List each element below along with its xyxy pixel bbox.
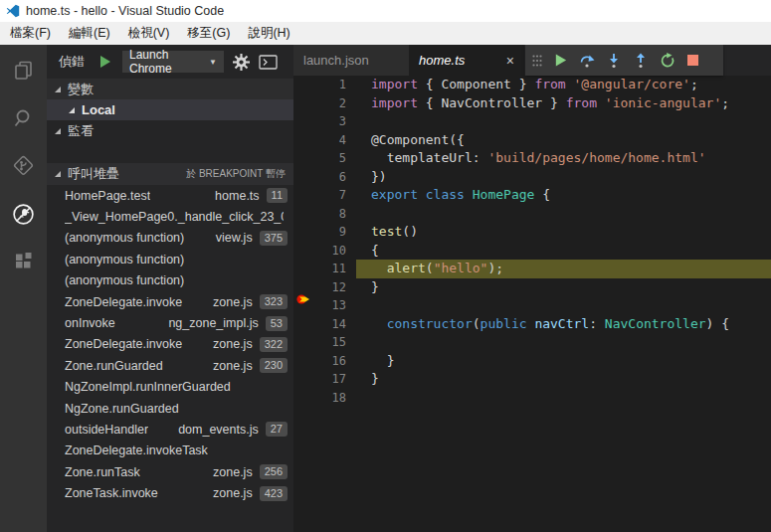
activity-bar (0, 45, 47, 532)
code-line[interactable]: 2import { NavController } from 'ionic-an… (293, 94, 771, 113)
launch-config-dropdown[interactable]: Launch Chrome ▼ (122, 51, 224, 73)
line-number-badge: 230 (260, 358, 288, 373)
line-number[interactable]: 18 (293, 389, 356, 408)
section-variables-label: 變數 (68, 81, 94, 98)
line-number[interactable]: 8 (293, 205, 356, 224)
line-number-badge: 27 (266, 422, 288, 437)
code-line[interactable]: 16 } (293, 352, 771, 371)
debug-console-icon[interactable] (259, 55, 278, 70)
code-line[interactable]: 3 (293, 112, 771, 131)
debug-sidebar: 偵錯 Launch Chrome ▼ (47, 45, 293, 532)
menu-file[interactable]: 檔案(F) (1, 22, 60, 45)
code-line[interactable]: 15 (293, 333, 771, 352)
stack-frame[interactable]: NgZoneImpl.runInnerGuarded (47, 377, 293, 398)
menu-goto[interactable]: 移至(G) (178, 22, 239, 45)
stack-frame[interactable]: (anonymous function) (47, 270, 293, 291)
stack-frame[interactable]: ZoneDelegate.invokezone.js323 (47, 291, 293, 312)
stop-button[interactable] (686, 54, 699, 67)
extensions-icon[interactable] (0, 238, 47, 285)
tab-label: launch.json (303, 53, 369, 68)
toolbar-drag-handle[interactable] (532, 55, 542, 67)
menu-edit[interactable]: 編輯(E) (60, 22, 119, 45)
twistie-icon (55, 87, 61, 92)
watch-empty-area (47, 141, 293, 163)
line-number[interactable]: 15 (293, 333, 356, 352)
code-line[interactable]: 8 (293, 205, 771, 224)
section-variables[interactable]: 變數 (47, 79, 293, 99)
start-debug-icon[interactable] (99, 55, 111, 69)
line-number-badge: 375 (260, 231, 288, 246)
code-editor[interactable]: 1import { Component } from '@angular/cor… (293, 76, 771, 532)
menu-view[interactable]: 檢視(V) (119, 22, 179, 45)
twistie-icon (69, 107, 75, 113)
line-number[interactable]: 16 (293, 352, 356, 371)
line-number[interactable]: 6 (293, 168, 356, 187)
gear-icon[interactable] (233, 54, 250, 71)
line-number-badge: 53 (266, 316, 288, 331)
line-number[interactable]: 14 (293, 315, 356, 334)
search-icon[interactable] (0, 94, 47, 142)
source-control-icon[interactable] (0, 142, 47, 190)
code-line[interactable]: 1import { Component } from '@angular/cor… (293, 76, 771, 94)
breakpoint-current-line-icon[interactable] (296, 293, 312, 308)
line-number[interactable]: 7 (293, 186, 356, 205)
code-line[interactable]: 11 alert("hello"); (293, 260, 771, 278)
line-number-badge: 323 (260, 294, 288, 309)
line-number-badge: 423 (260, 486, 288, 501)
stack-frame[interactable]: HomePage.testhome.ts11 (47, 185, 293, 206)
code-line[interactable]: 5 templateUrl: 'build/pages/home/home.ht… (293, 149, 771, 168)
twistie-icon (55, 171, 61, 177)
code-line[interactable]: 6}) (293, 168, 771, 187)
code-line[interactable]: 9test() (293, 223, 771, 242)
step-into-button[interactable] (606, 53, 622, 69)
files-icon[interactable] (0, 47, 47, 94)
line-number[interactable]: 3 (293, 112, 356, 131)
line-number[interactable]: 9 (293, 223, 356, 242)
window-title: home.ts - hello - Visual Studio Code (26, 4, 224, 18)
call-stack-list: HomePage.testhome.ts11_View_HomePage0._h… (47, 185, 293, 504)
code-line[interactable]: 7export class HomePage { (293, 186, 771, 205)
twistie-icon (55, 128, 61, 134)
code-line[interactable]: 13 (293, 296, 771, 315)
stack-frame[interactable]: Zone.runTaskzone.js256 (47, 461, 293, 482)
launch-config-label: Launch Chrome (129, 48, 209, 76)
restart-button[interactable] (660, 53, 675, 69)
stack-frame[interactable]: NgZone.runGuarded (47, 398, 293, 419)
stack-frame[interactable]: ZoneTask.invokezone.js423 (47, 482, 293, 503)
line-number[interactable]: 10 (293, 242, 356, 261)
menu-help[interactable]: 說明(H) (239, 22, 298, 45)
variables-scope-local[interactable]: Local (47, 99, 293, 120)
section-watch[interactable]: 監看 (47, 120, 293, 141)
stack-frame[interactable]: (anonymous function)view.js375 (47, 228, 293, 249)
line-number[interactable]: 2 (293, 94, 356, 113)
code-line[interactable]: 4@Component({ (293, 131, 771, 150)
debug-icon[interactable] (0, 190, 47, 238)
stack-frame[interactable]: _View_HomePage0._handle_click_23_0 (47, 206, 293, 227)
debug-toolbar (525, 45, 723, 76)
line-number[interactable]: 11 (293, 260, 356, 278)
step-over-button[interactable] (579, 53, 595, 69)
stack-frame[interactable]: ZoneDelegate.invokezone.js322 (47, 334, 293, 355)
stack-frame[interactable]: onInvokeng_zone_impl.js53 (47, 312, 293, 333)
code-line[interactable]: 14 constructor(public navCtrl: NavContro… (293, 315, 771, 334)
code-line[interactable]: 18 (293, 389, 771, 408)
line-number[interactable]: 17 (293, 370, 356, 389)
stack-frame[interactable]: outsideHandlerdom_events.js27 (47, 419, 293, 440)
tab-launch-json[interactable]: launch.json (293, 45, 409, 76)
tab-home-ts[interactable]: home.ts × (409, 45, 524, 76)
stack-frame[interactable]: Zone.runGuardedzone.js230 (47, 355, 293, 376)
line-number[interactable]: 5 (293, 149, 356, 168)
code-line[interactable]: 10{ (293, 242, 771, 261)
stack-frame[interactable]: ZoneDelegate.invokeTask (47, 441, 293, 461)
code-line[interactable]: 12} (293, 278, 771, 297)
code-lines: 1import { Component } from '@angular/cor… (293, 76, 771, 407)
stack-frame[interactable]: (anonymous function) (47, 249, 293, 269)
line-number[interactable]: 4 (293, 131, 356, 150)
continue-button[interactable] (553, 53, 568, 68)
code-line[interactable]: 17} (293, 370, 771, 389)
line-number[interactable]: 1 (293, 76, 356, 94)
close-icon[interactable]: × (506, 53, 514, 69)
step-out-button[interactable] (633, 53, 649, 69)
section-call-stack[interactable]: 呼叫堆疊 於 BREAKPOINT 暫停 (47, 163, 293, 185)
debug-sidebar-header: 偵錯 Launch Chrome ▼ (47, 45, 293, 79)
